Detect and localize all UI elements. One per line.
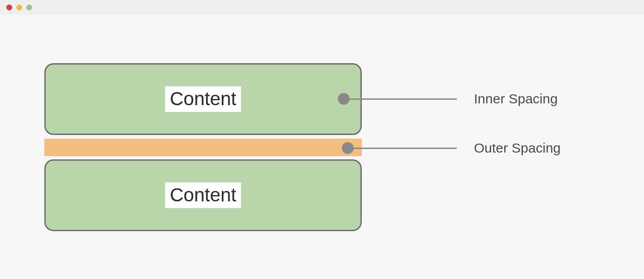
outer-spacing-strip xyxy=(44,139,362,156)
minimize-icon[interactable] xyxy=(16,5,22,10)
content-box-bottom: Content xyxy=(44,159,362,231)
diagram-stage: Content Content Inner Spacing Outer Spac… xyxy=(0,14,644,279)
maximize-icon[interactable] xyxy=(26,5,32,10)
window-title-bar xyxy=(0,0,644,14)
content-label-bottom: Content xyxy=(165,182,241,208)
callout-label-outer: Outer Spacing xyxy=(474,140,561,156)
callout-label-inner: Inner Spacing xyxy=(474,91,558,107)
callout-line-inner xyxy=(344,98,457,100)
content-label-top: Content xyxy=(165,86,241,112)
callout-line-outer xyxy=(352,148,457,149)
content-box-top: Content xyxy=(44,63,362,135)
close-icon[interactable] xyxy=(6,5,12,10)
